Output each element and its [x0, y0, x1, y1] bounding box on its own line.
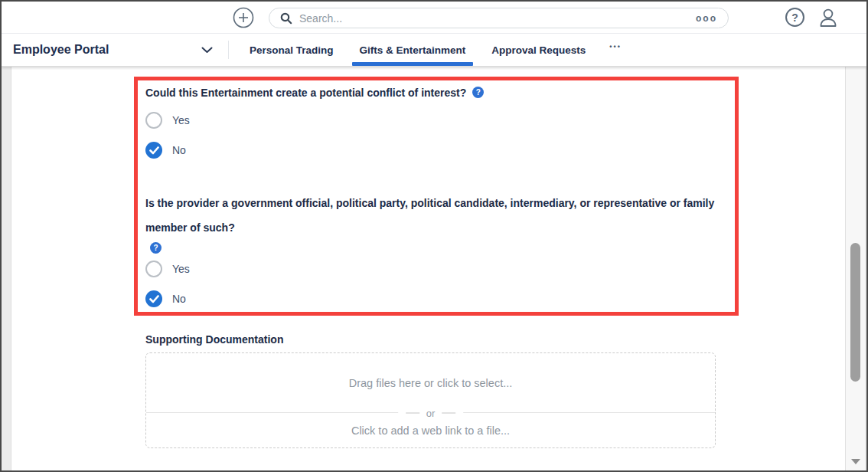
- radio-option-yes[interactable]: Yes: [145, 260, 723, 278]
- question-text: Could this Entertainment create a potent…: [145, 84, 466, 101]
- page-background: Could this Entertainment create a potent…: [2, 67, 866, 470]
- dropzone-placeholder: Drag files here or click to select...: [349, 377, 513, 389]
- radio-option-no[interactable]: No: [145, 141, 723, 159]
- plus-circle-icon: [233, 7, 254, 28]
- question-help-icon[interactable]: ?: [150, 242, 162, 254]
- highlight-annotation-box: Could this Entertainment create a potent…: [134, 77, 739, 316]
- portal-selector[interactable]: Employee Portal: [2, 34, 228, 66]
- scrollbar-thumb[interactable]: [850, 243, 860, 382]
- add-button[interactable]: [233, 7, 254, 28]
- search-icon: [280, 12, 292, 25]
- radio-unchecked-icon[interactable]: [145, 261, 162, 277]
- radio-checked-icon[interactable]: [145, 290, 162, 307]
- top-bar: Search... ooo ?: [2, 2, 866, 34]
- file-dropzone[interactable]: Drag files here or click to select...: [146, 353, 715, 412]
- scroll-down-arrow-icon[interactable]: [851, 459, 860, 464]
- radio-checked-icon[interactable]: [145, 142, 162, 159]
- question-government-official: Is the provider a government official, p…: [145, 191, 720, 240]
- user-profile-icon[interactable]: [817, 7, 839, 28]
- person-icon: [817, 7, 839, 28]
- search-options-icon[interactable]: ooo: [696, 13, 717, 24]
- or-divider-label: or: [426, 407, 436, 418]
- tab-personal-trading[interactable]: Personal Trading: [237, 34, 347, 66]
- divider-dash: [406, 412, 419, 413]
- radio-option-no[interactable]: No: [145, 290, 723, 308]
- help-icon[interactable]: ?: [785, 8, 804, 27]
- radio-option-yes[interactable]: Yes: [145, 111, 723, 129]
- supporting-documentation-box: Drag files here or click to select... or…: [145, 352, 716, 448]
- radio-unchecked-icon[interactable]: [145, 112, 162, 129]
- check-icon: [149, 146, 159, 155]
- weblink-placeholder: Click to add a web link to a file...: [351, 424, 510, 437]
- app-window: Search... ooo ? Employee Portal Personal…: [0, 0, 868, 472]
- divider-dash: [442, 412, 455, 413]
- check-icon: [149, 295, 159, 303]
- tab-gifts-entertainment[interactable]: Gifts & Entertainment: [347, 34, 479, 66]
- chevron-down-icon: [201, 47, 213, 54]
- question2-help-row: ?: [150, 240, 723, 251]
- question-conflict-of-interest: Could this Entertainment create a potent…: [145, 84, 723, 101]
- or-divider-chip: or: [398, 407, 464, 418]
- tabbar-divider: [228, 41, 229, 59]
- or-divider: or: [146, 412, 715, 413]
- search-input[interactable]: Search... ooo: [269, 8, 729, 28]
- scrollbar-track[interactable]: [845, 67, 865, 470]
- question2-options: Yes No: [145, 260, 723, 308]
- form-panel: Could this Entertainment create a potent…: [11, 67, 845, 470]
- supporting-documentation-label: Supporting Documentation: [145, 333, 283, 346]
- tab-bar: Employee Portal Personal Trading Gifts &…: [2, 34, 866, 67]
- tab-approval-requests[interactable]: Approval Requests: [478, 34, 599, 66]
- search-placeholder: Search...: [299, 12, 689, 25]
- question-help-icon[interactable]: ?: [472, 87, 484, 98]
- tabs: Personal Trading Gifts & Entertainment A…: [237, 34, 632, 66]
- portal-label: Employee Portal: [13, 43, 109, 57]
